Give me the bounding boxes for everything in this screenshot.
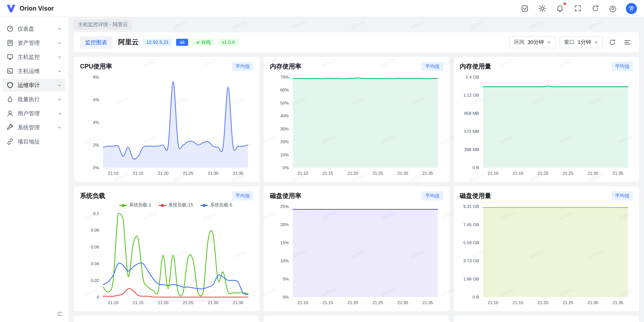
sidebar-item-system[interactable]: 系统管理 bbox=[3, 121, 65, 134]
chart-svg: 0%5%10%15%20%25%21:1021:1521:2021:2521:3… bbox=[270, 201, 443, 306]
chart-list-icon[interactable] bbox=[622, 37, 633, 48]
tasks-icon[interactable] bbox=[520, 4, 529, 13]
svg-text:7.45 GB: 7.45 GB bbox=[463, 222, 479, 227]
topbar: Orion Visor bbox=[0, 0, 644, 17]
avg-value-badge[interactable]: 平均值 bbox=[422, 191, 443, 200]
sidebar-item-host-monitor[interactable]: 主机监控 bbox=[3, 50, 65, 63]
sidebar-item-users[interactable]: 用户管理 bbox=[3, 107, 65, 120]
sidebar-item-batch-exec[interactable]: 批量执行 bbox=[3, 93, 65, 106]
avg-value-badge[interactable]: 平均值 bbox=[612, 62, 633, 71]
avatar[interactable]: 管 bbox=[626, 3, 637, 14]
sidebar-item-label: 资产管理 bbox=[18, 39, 40, 47]
sidebar-item-label: 用户管理 bbox=[18, 110, 40, 117]
assets-icon bbox=[7, 39, 14, 46]
sidebar-item-host-ops[interactable]: 主机运维 bbox=[3, 64, 65, 78]
monitor-chart-tab[interactable]: 监控图表 bbox=[80, 36, 112, 49]
sidebar-item-label: 运维审计 bbox=[18, 81, 40, 89]
chevron-down-icon bbox=[57, 83, 62, 87]
svg-text:21:20: 21:20 bbox=[537, 300, 548, 305]
chart-svg: 0%10%20%30%40%50%60%70%21:1021:1521:2021… bbox=[270, 72, 443, 177]
chart-title: CPU使用率 bbox=[80, 62, 112, 71]
charts-grid-row-2: 系统负载 平均值 系统负载-1系统负载-15系统负载-500.020.040.0… bbox=[74, 186, 639, 311]
avg-value-badge[interactable]: 平均值 bbox=[232, 191, 253, 200]
svg-text:21:25: 21:25 bbox=[183, 300, 193, 305]
chart-card-cpu-usage: CPU使用率 平均值 0%2%4%6%8%21:1021:1521:2021:2… bbox=[74, 57, 259, 182]
avg-value-badge[interactable]: 平均值 bbox=[612, 191, 633, 200]
chart-title: 磁盘使用率 bbox=[270, 192, 301, 200]
cpu-usage-plot[interactable]: 0%2%4%6%8%21:1021:1521:2021:2521:3021:35 bbox=[80, 72, 253, 177]
memory-usage-amount-plot[interactable]: 0 B286 MB572 MB858 MB1.12 GB1.4 GB21:102… bbox=[460, 72, 633, 177]
theme-icon[interactable] bbox=[538, 4, 547, 13]
brand-name: Orion Visor bbox=[20, 5, 54, 12]
svg-text:0: 0 bbox=[97, 295, 99, 300]
svg-text:21:30: 21:30 bbox=[587, 300, 598, 305]
svg-text:21:35: 21:35 bbox=[612, 171, 623, 176]
chart-title: 内存使用率 bbox=[270, 62, 301, 71]
svg-text:0.08: 0.08 bbox=[91, 228, 99, 233]
sidebar-item-assets[interactable]: 资产管理 bbox=[3, 36, 65, 49]
settings-icon[interactable] bbox=[608, 4, 617, 13]
svg-text:0 B: 0 B bbox=[472, 165, 479, 170]
svg-text:21:25: 21:25 bbox=[373, 171, 383, 176]
svg-text:21:25: 21:25 bbox=[562, 300, 573, 305]
svg-text:0.1: 0.1 bbox=[93, 211, 99, 216]
chart-card-system-load: 系统负载 平均值 系统负载-1系统负载-15系统负载-500.020.040.0… bbox=[74, 186, 259, 311]
svg-text:21:30: 21:30 bbox=[397, 171, 408, 176]
legend-marker bbox=[200, 205, 208, 206]
legend-item[interactable]: 系统负载-5 bbox=[200, 202, 232, 208]
chevron-down-icon bbox=[57, 97, 62, 101]
breadcrumb-item[interactable]: 主机监控详情 - 阿里云 bbox=[74, 20, 132, 30]
sidebar: 仪表盘 资产管理 主机监控 主机运维 bbox=[0, 17, 69, 322]
svg-text:60%: 60% bbox=[280, 88, 289, 92]
svg-text:21:10: 21:10 bbox=[298, 300, 308, 305]
notification-dot bbox=[564, 2, 566, 5]
sidebar-item-project-link[interactable]: 项目地址 bbox=[3, 135, 65, 148]
disk-usage-rate-plot[interactable]: 0%5%10%15%20%25%21:1021:1521:2021:2521:3… bbox=[270, 201, 443, 306]
memory-usage-rate-plot[interactable]: 0%10%20%30%40%50%60%70%21:1021:1521:2021… bbox=[270, 72, 443, 177]
svg-text:21:30: 21:30 bbox=[397, 300, 408, 305]
svg-text:5.59 GB: 5.59 GB bbox=[463, 240, 479, 245]
chart-svg: 0 B1.86 GB3.73 GB5.59 GB7.45 GB9.31 GB21… bbox=[460, 201, 633, 306]
chevron-down-icon bbox=[594, 40, 598, 44]
avg-value-badge[interactable]: 平均值 bbox=[232, 62, 253, 71]
reload-icon[interactable] bbox=[591, 4, 600, 13]
host-header-card: 监控图表 阿里云 12.92.5.21 ali 在线 v1.0.0 区间 30分… bbox=[74, 32, 639, 52]
legend-item[interactable]: 系统负载-1 bbox=[119, 202, 151, 208]
legend-marker bbox=[119, 205, 127, 206]
svg-text:21:10: 21:10 bbox=[108, 300, 118, 305]
host-ip-tag[interactable]: 12.92.5.21 bbox=[143, 39, 172, 46]
svg-text:21:15: 21:15 bbox=[512, 171, 523, 176]
svg-text:4%: 4% bbox=[93, 120, 99, 125]
sidebar-item-dashboard[interactable]: 仪表盘 bbox=[3, 22, 65, 35]
chart-svg: 00.020.040.060.080.121:1021:1521:2021:25… bbox=[80, 201, 253, 306]
avg-value-badge[interactable]: 平均值 bbox=[422, 62, 443, 71]
chart-controls: 区间 30分钟 窗口 1分钟 bbox=[509, 36, 633, 48]
brand-logo[interactable]: Orion Visor bbox=[6, 3, 54, 13]
svg-text:0%: 0% bbox=[283, 165, 289, 170]
collapse-sidebar-icon[interactable] bbox=[57, 310, 63, 319]
svg-text:40%: 40% bbox=[280, 114, 289, 118]
system-load-plot[interactable]: 系统负载-1系统负载-15系统负载-500.020.040.060.080.12… bbox=[80, 201, 253, 306]
host-code-tag[interactable]: ali bbox=[176, 39, 188, 46]
agent-version-tag: v1.0.0 bbox=[218, 39, 238, 46]
svg-text:1.4 GB: 1.4 GB bbox=[465, 75, 479, 80]
check-icon bbox=[196, 40, 200, 44]
host-monitor-icon bbox=[7, 53, 14, 60]
chevron-down-icon bbox=[57, 111, 62, 116]
svg-text:10%: 10% bbox=[280, 259, 289, 263]
chevron-down-icon bbox=[57, 41, 62, 45]
sidebar-item-label: 批量执行 bbox=[18, 95, 40, 103]
link-icon bbox=[7, 138, 14, 145]
chevron-down-icon bbox=[547, 40, 551, 44]
interval-select[interactable]: 区间 30分钟 bbox=[509, 36, 555, 48]
fullscreen-icon[interactable] bbox=[573, 4, 582, 13]
legend-item[interactable]: 系统负载-15 bbox=[158, 202, 193, 208]
sidebar-item-ops-audit[interactable]: 运维审计 bbox=[3, 79, 65, 92]
notifications-icon[interactable] bbox=[555, 4, 565, 13]
svg-text:30%: 30% bbox=[280, 127, 289, 131]
chart-card-memory-usage-amount: 内存使用量 平均值 0 B286 MB572 MB858 MB1.12 GB1.… bbox=[454, 57, 639, 182]
refresh-charts-icon[interactable] bbox=[607, 37, 618, 48]
disk-usage-amount-plot[interactable]: 0 B1.86 GB3.73 GB5.59 GB7.45 GB9.31 GB21… bbox=[460, 201, 633, 306]
window-select[interactable]: 窗口 1分钟 bbox=[559, 36, 603, 48]
svg-text:1.86 GB: 1.86 GB bbox=[463, 277, 479, 281]
